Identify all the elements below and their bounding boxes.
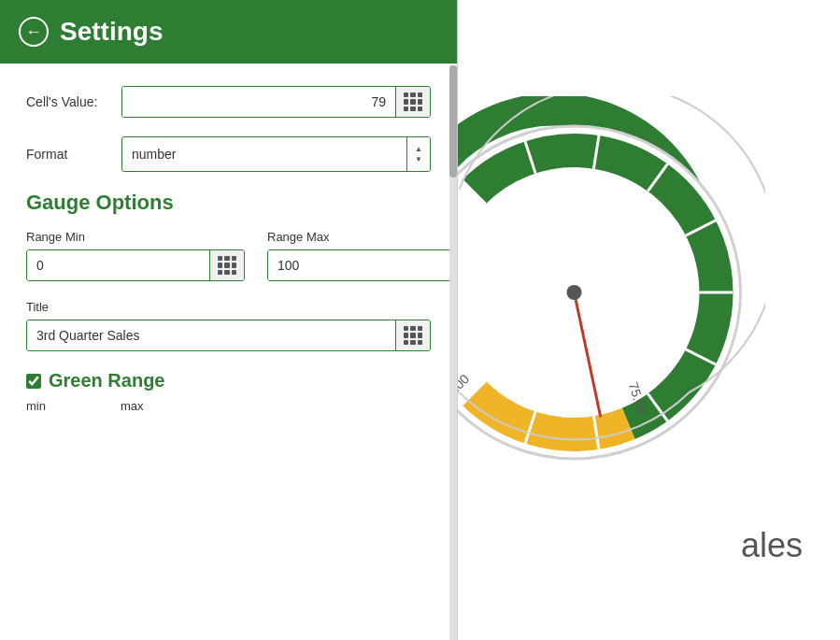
gauge-container: 75.00 100 xyxy=(458,96,765,489)
range-min-input-row: 0 xyxy=(26,249,245,281)
grid-icon xyxy=(404,92,422,111)
gauge-panel: 75.00 100 ales xyxy=(458,0,840,640)
title-field-label: Title xyxy=(26,300,431,314)
gauge-visual-svg: 75.00 100 xyxy=(458,96,765,489)
back-button[interactable] xyxy=(19,17,49,47)
range-max-input[interactable]: 100 xyxy=(268,250,450,280)
grid-icon xyxy=(404,326,422,345)
settings-header: Settings xyxy=(0,0,457,64)
green-range-checkbox[interactable] xyxy=(26,374,41,389)
format-select[interactable]: number currency percentage text xyxy=(122,139,406,169)
range-min-grid-button[interactable] xyxy=(209,250,244,280)
range-row: Range Min 0 Range Max 100 xyxy=(26,230,431,281)
cell-value-grid-button[interactable] xyxy=(395,87,430,117)
format-label: Format xyxy=(26,147,110,162)
cell-value-input-wrapper: 79 xyxy=(121,86,431,118)
scrollbar-track[interactable] xyxy=(449,65,457,640)
range-max-label: Range Max xyxy=(267,230,457,244)
range-max-input-row: 100 xyxy=(267,249,457,281)
green-range-header: Green Range xyxy=(26,370,431,391)
title-group: Title 3rd Quarter Sales xyxy=(26,300,431,351)
scrollbar-thumb[interactable] xyxy=(449,65,457,178)
title-input-row: 3rd Quarter Sales xyxy=(26,320,431,351)
range-min-group: Range Min 0 xyxy=(26,230,245,281)
select-arrows xyxy=(406,137,430,171)
settings-title: Settings xyxy=(60,17,163,47)
gauge-center-dot xyxy=(567,285,582,300)
grid-icon xyxy=(218,256,236,275)
cell-value-label: Cell's Value: xyxy=(26,94,110,109)
cell-value-row: Cell's Value: 79 xyxy=(26,86,431,118)
range-min-input[interactable]: 0 xyxy=(27,250,209,280)
settings-content: Cell's Value: 79 Format number currency xyxy=(0,64,457,640)
format-select-wrapper: number currency percentage text xyxy=(121,136,431,172)
gauge-options-heading: Gauge Options xyxy=(26,191,431,215)
max-label: max xyxy=(121,399,144,413)
cell-value-input[interactable]: 79 xyxy=(122,87,395,117)
min-label: min xyxy=(26,399,46,413)
min-max-row: min max xyxy=(26,399,431,413)
title-input[interactable]: 3rd Quarter Sales xyxy=(27,320,395,350)
range-max-group: Range Max 100 xyxy=(267,230,457,281)
gauge-subtitle: ales xyxy=(741,526,803,565)
format-row: Format number currency percentage text xyxy=(26,136,431,172)
range-min-label: Range Min xyxy=(26,230,245,244)
settings-panel: Settings Cell's Value: 79 Format xyxy=(0,0,458,640)
title-grid-button[interactable] xyxy=(395,320,430,350)
green-range-section: Green Range min max xyxy=(26,370,431,413)
green-range-title: Green Range xyxy=(49,370,164,391)
